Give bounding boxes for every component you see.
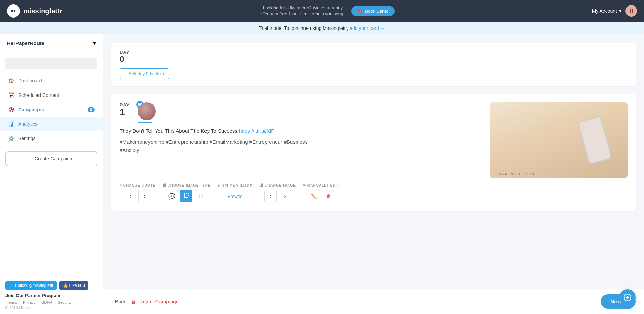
security-link[interactable]: Security: [58, 300, 72, 304]
upload-image-group: ⬆ UPLOAD IMAGE Browse: [217, 184, 253, 202]
sidebar-item-campaigns[interactable]: 🎯 Campaigns 8: [0, 102, 103, 117]
nav-center: Looking for a live demo? We're currently…: [62, 5, 592, 17]
create-campaign-label: + Create Campaign: [31, 156, 73, 161]
workspace-selector[interactable]: HerPaperRoute ▾: [0, 34, 103, 52]
sidebar-bottom: 🐦 Follow @missinglettr 👍 Like 803 Join O…: [0, 277, 103, 314]
dashboard-label: Dashboard: [18, 78, 42, 83]
sidebar-item-dashboard[interactable]: 🏠 Dashboard: [0, 74, 103, 88]
twitter-follow-button[interactable]: 🐦 Follow @missinglettr: [5, 281, 57, 290]
top-navigation: missinglettr Looking for a live demo? We…: [0, 0, 644, 22]
main-layout: HerPaperRoute ▾ 🏠 Dashboard 📅 Scheduled …: [0, 34, 644, 314]
next-quote-button[interactable]: ›: [138, 190, 151, 202]
reject-campaign-button[interactable]: 🗑 Reject Campaign: [131, 299, 179, 304]
browse-button[interactable]: Browse: [222, 191, 248, 202]
upload-image-label: ⬆ UPLOAD IMAGE: [217, 184, 253, 188]
add-card-link[interactable]: add your card →: [349, 25, 385, 31]
analytics-label: Analytics: [18, 121, 37, 127]
change-img-icon: 🖼: [259, 183, 263, 187]
footer-links: Terms | Privacy | GDPR | Security: [5, 300, 97, 304]
day-0-label: DAY: [120, 49, 628, 55]
profile-underline: [138, 122, 152, 123]
post-hashtags: #Makemoneyonline #Entrepreneurship #Emai…: [120, 138, 483, 154]
day1-header: DAY 1: [120, 102, 483, 123]
action-row: ≡ CHANGE QUOTE ‹ › 🖼 CHOOSE IMAGE TYPE: [120, 183, 628, 202]
facebook-like-button[interactable]: 👍 Like 803: [59, 281, 88, 290]
day-1-card: DAY 1: [111, 94, 636, 211]
gdpr-link[interactable]: GDPR: [41, 300, 52, 304]
manually-edit-label: ✏ MANUALLY EDIT: [303, 183, 340, 187]
back-label: Back: [115, 299, 126, 304]
day1-content-row: DAY 1: [120, 102, 628, 178]
my-account-label: My Account: [592, 8, 617, 14]
book-demo-button[interactable]: 🔖 Book Demo: [351, 6, 395, 16]
back-button[interactable]: ‹ Back: [111, 299, 126, 304]
social-buttons: 🐦 Follow @missinglettr 👍 Like 803: [5, 281, 97, 290]
no-image-button[interactable]: ⊘: [195, 190, 207, 202]
sidebar-item-analytics[interactable]: 📊 Analytics: [0, 117, 103, 131]
post-link: https://lttr.ai/KlFI: [239, 128, 276, 134]
chat-image-button[interactable]: 💬: [166, 190, 178, 202]
chart-icon: 📊: [8, 121, 14, 127]
profile-picture: [138, 102, 156, 120]
sidebar-search[interactable]: [5, 58, 97, 69]
terms-link[interactable]: Terms: [7, 300, 17, 304]
target-icon: 🎯: [8, 107, 14, 112]
image-type-icon: 🖼: [163, 183, 166, 187]
day-1-number: 1: [120, 108, 130, 117]
chevron-down-icon: ▾: [619, 8, 621, 14]
upload-buttons: Browse: [222, 191, 248, 202]
day-0-card: DAY 0 + Add day 0 back in: [111, 43, 636, 86]
logo-area: missinglettr: [7, 4, 62, 18]
back-arrow-icon: ‹: [111, 299, 113, 304]
create-campaign-button[interactable]: + Create Campaign: [5, 151, 97, 166]
settings-label: Settings: [18, 136, 36, 141]
book-demo-label: Book Demo: [365, 9, 388, 14]
prev-image-button[interactable]: ‹: [264, 190, 277, 202]
trial-banner: Trial mode. To continue using Missinglet…: [0, 22, 644, 34]
avatar[interactable]: H: [625, 5, 637, 17]
reject-label: Reject Campaign: [139, 299, 179, 304]
change-image-label: 🖼 CHANGE IMAGE: [259, 183, 296, 187]
upload-icon: ⬆: [217, 184, 220, 188]
home-icon: 🏠: [8, 78, 14, 83]
logo-text: missinglettr: [23, 7, 62, 15]
quote-icon: ≡: [120, 183, 122, 187]
profile-area: [138, 102, 156, 123]
choose-image-type-group: 🖼 CHOOSE IMAGE TYPE 💬 🖼 ⊘: [163, 183, 211, 202]
content-area: DAY 0 + Add day 0 back in DAY 1: [103, 34, 644, 314]
image-type-buttons: 💬 🖼 ⊘: [166, 190, 207, 202]
choose-image-type-label: 🖼 CHOOSE IMAGE TYPE: [163, 183, 211, 187]
nav-right: My Account ▾ H: [592, 5, 637, 17]
scheduled-content-label: Scheduled Content: [18, 92, 59, 98]
manually-edit-group: ✏ MANUALLY EDIT ✏️ 🗑: [303, 183, 340, 202]
next-image-button[interactable]: ›: [279, 190, 291, 202]
change-image-group: 🖼 CHANGE IMAGE ‹ ›: [259, 183, 296, 202]
chevron-down-icon: ▾: [93, 40, 96, 46]
privacy-link[interactable]: Privacy: [23, 300, 35, 304]
add-day-back-button[interactable]: + Add day 0 back in: [120, 68, 169, 79]
help-float-button[interactable]: [619, 289, 636, 306]
edit-button[interactable]: ✏️: [308, 190, 320, 202]
delete-button[interactable]: 🗑: [322, 190, 334, 202]
trial-text: Trial mode. To continue using Missinglet…: [259, 25, 348, 31]
prev-quote-button[interactable]: ‹: [124, 190, 136, 202]
footer-copy: © 2019 Missinglettr: [5, 306, 97, 310]
content-scroll: DAY 0 + Add day 0 back in DAY 1: [103, 34, 644, 289]
photo-image-button[interactable]: 🖼: [180, 190, 192, 202]
gear-icon: ⚙️: [8, 136, 14, 141]
change-quote-label: ≡ CHANGE QUOTE: [120, 183, 156, 187]
demo-text: Looking for a live demo? We're currently…: [260, 5, 346, 17]
manually-edit-buttons: ✏️ 🗑: [308, 190, 334, 202]
day-0-number: 0: [120, 55, 628, 64]
logo-icon: [7, 4, 20, 18]
workspace-name: HerPaperRoute: [7, 40, 44, 46]
phone-shape: [577, 115, 612, 165]
sidebar-item-settings[interactable]: ⚙️ Settings: [0, 131, 103, 146]
my-account-button[interactable]: My Account ▾: [592, 8, 621, 14]
bottom-bar: ‹ Back 🗑 Reject Campaign Next ›: [103, 289, 644, 314]
edit-icon: ✏: [303, 183, 306, 187]
demo-icon: 🔖: [357, 9, 363, 14]
svg-point-3: [626, 296, 629, 299]
add-back-label: + Add day 0 back in: [125, 71, 164, 76]
sidebar-item-scheduled-content[interactable]: 📅 Scheduled Content: [0, 88, 103, 102]
